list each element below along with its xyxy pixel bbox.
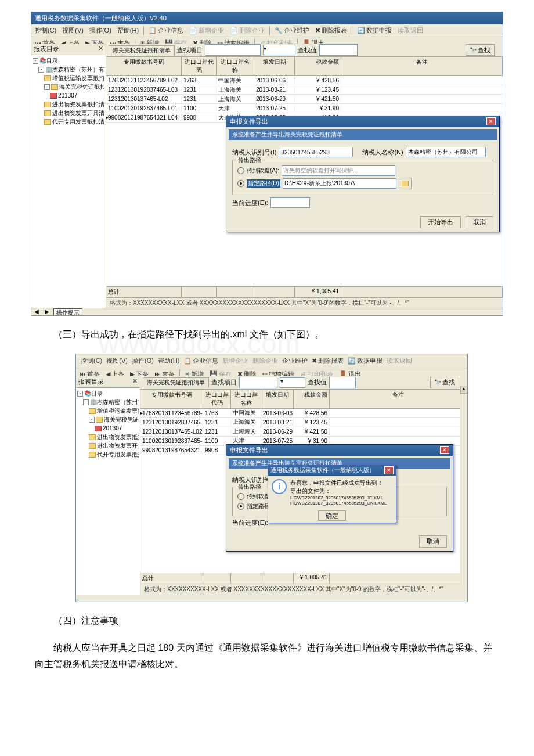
data-declare-button[interactable]: 🔄数据申报: [356, 26, 393, 35]
cell: 176320131123456789-L02: [140, 410, 203, 416]
table-row[interactable]: 123120130192837465-L031231上海海关2013-03-21…: [106, 85, 503, 95]
catalog-input[interactable]: [319, 44, 358, 56]
browse-button[interactable]: [399, 178, 412, 189]
menu-control[interactable]: 控制(C): [80, 356, 103, 366]
format-hint: 格式为：XXXXXXXXXX-LXX 或者 XXXXXXXXXXXXXXXXXX…: [140, 584, 467, 595]
tree-close-icon[interactable]: ✕: [98, 45, 103, 53]
ok-button[interactable]: 确定: [318, 510, 346, 521]
col-header[interactable]: 进口口岸名称: [217, 57, 254, 75]
total-value: ¥ 1,005.41: [294, 573, 330, 584]
menu-operate[interactable]: 操作(O): [131, 356, 155, 366]
msgbox-title: 通用税务数据采集软件（一般纳税人版）: [270, 466, 375, 474]
cell: 2013-07-25: [261, 438, 294, 444]
tree-company[interactable]: -🏢杰森精密（苏州）有限公司: [77, 398, 139, 406]
cancel-button[interactable]: 取消: [419, 535, 447, 548]
col-header[interactable]: 专用缴款书号码: [140, 390, 203, 408]
col-header[interactable]: 进口口岸代码: [182, 57, 217, 75]
radio-path[interactable]: [237, 503, 244, 510]
cell: 天津: [217, 105, 254, 113]
cell: 上海海关: [231, 418, 261, 426]
ent-maint-button[interactable]: 企业维护: [281, 356, 309, 366]
close-icon[interactable]: ✕: [384, 466, 394, 474]
tree-item[interactable]: 进出物资发票抵扣清单: [77, 433, 139, 441]
data-declare-button[interactable]: 🔄数据申报: [347, 356, 384, 366]
menu-help[interactable]: 帮助(H): [157, 356, 181, 366]
cell: 2013-06-06: [254, 77, 295, 84]
scroll-left-icon[interactable]: ◀: [31, 308, 42, 315]
tree-item-active[interactable]: 201307: [77, 424, 139, 433]
menu-view[interactable]: 视图(V): [61, 26, 85, 35]
format-hint: 格式为：XXXXXXXXXX-LXX 或者 XXXXXXXXXXXXXXXXXX…: [106, 297, 503, 308]
ent-info-button[interactable]: 📋企业信息: [182, 356, 219, 366]
path-input[interactable]: D:\HX2X-新系上报\201307\: [283, 178, 396, 189]
col-header[interactable]: 税款金额: [294, 390, 330, 408]
table-row[interactable]: 123120130192837465-L031231上海海关2013-03-21…: [140, 418, 467, 427]
dialog-title: 申报文件导出: [230, 446, 268, 455]
menu-control[interactable]: 控制(C): [34, 26, 57, 35]
add-ent-button: 📄新增企业: [188, 26, 225, 35]
tree-item[interactable]: -海关完税凭证抵扣清单: [77, 415, 139, 424]
cell: ¥ 428.56: [295, 77, 341, 84]
menu-view[interactable]: 视图(V): [105, 356, 129, 366]
close-icon[interactable]: ✕: [440, 446, 449, 454]
menu-help[interactable]: 帮助(H): [116, 26, 140, 35]
tree-item[interactable]: 进出物资发票抵扣清单: [33, 100, 104, 109]
ent-maint-button[interactable]: 🔧企业维护: [273, 26, 311, 35]
grid-tab[interactable]: 海关完税凭证抵扣清单: [143, 377, 209, 387]
query-input[interactable]: [205, 44, 261, 56]
close-icon[interactable]: ✕: [486, 117, 496, 125]
tree-item[interactable]: 进出物资发票开具清单: [33, 109, 104, 117]
scroll-up-icon[interactable]: ▲: [460, 386, 467, 394]
taxname-field[interactable]: 杰森精密（苏州）有限公司: [406, 147, 486, 157]
radio-path[interactable]: [237, 180, 244, 187]
ent-info-button[interactable]: 📋企业信息: [147, 26, 185, 35]
tree-item[interactable]: 增值税运输发票抵扣清单: [33, 74, 104, 82]
tree-item[interactable]: 代开专用发票抵扣清单: [33, 117, 104, 126]
radio-floppy[interactable]: [237, 493, 244, 500]
catalog-input[interactable]: [329, 377, 356, 388]
find-button[interactable]: 🔭查找: [430, 377, 459, 388]
find-button[interactable]: 🔭查找: [466, 44, 495, 56]
cell: 上海海关: [217, 95, 254, 103]
del-report-button[interactable]: ✖删除报表: [311, 356, 345, 366]
menu-operate[interactable]: 操作(O): [88, 26, 113, 35]
table-row[interactable]: 123120130137465-L021231上海海关2013-06-29¥ 4…: [106, 95, 503, 104]
col-header[interactable]: 备注: [341, 57, 503, 75]
radio-floppy[interactable]: [237, 167, 244, 174]
tree-company[interactable]: -🏢杰森精密（苏州）有限公司: [33, 65, 104, 74]
cell: ¥ 428.56: [294, 410, 330, 416]
tree-root[interactable]: -📚目录: [77, 389, 139, 398]
col-header[interactable]: 填发日期: [254, 57, 295, 75]
tree-item[interactable]: 增值税运输发票抵扣清单: [77, 406, 139, 415]
scroll-right-icon[interactable]: ▶: [42, 308, 52, 315]
cell: 9908: [182, 114, 217, 121]
tree-item[interactable]: -海关完税凭证抵扣清单: [33, 82, 104, 91]
fieldset-legend: 传出路径: [236, 156, 263, 164]
cell: 1763: [182, 77, 217, 84]
tree-item[interactable]: 进出物资发票开具清单: [77, 441, 139, 450]
del-report-button[interactable]: ✖删除报表: [314, 26, 348, 35]
tree-item[interactable]: 代开专用发票抵扣清单: [77, 450, 139, 459]
catalog-select[interactable]: ▾: [263, 45, 295, 55]
table-row[interactable]: 123120130137465-L021231上海海关2013-06-29¥ 4…: [140, 427, 467, 437]
catalog-select[interactable]: ▾: [280, 377, 305, 388]
col-header[interactable]: 备注: [330, 390, 467, 408]
col-header[interactable]: 进口口岸代码: [203, 390, 231, 408]
grid-tab[interactable]: 海关完税凭证抵扣清单: [109, 45, 175, 55]
grid-header: 专用缴款书号码 进口口岸代码 进口口岸名称 填发日期 税款金额 备注: [106, 57, 503, 76]
taxid-field[interactable]: 320501745585293: [279, 147, 353, 157]
table-row[interactable]: 110020130192837465-L011100天津2013-07-25¥ …: [106, 104, 503, 113]
tree-close-icon[interactable]: ✕: [132, 377, 138, 386]
table-row[interactable]: ▶176320131123456789-L021763中国海关2013-06-0…: [140, 409, 467, 418]
start-export-button[interactable]: 开始导出: [420, 216, 461, 228]
query-input[interactable]: [239, 377, 277, 388]
col-header[interactable]: 专用缴款书号码: [106, 57, 182, 75]
col-header[interactable]: 进口口岸名称: [231, 390, 261, 408]
tree-root[interactable]: -📚目录: [33, 56, 104, 65]
cancel-button[interactable]: 取消: [466, 216, 493, 228]
vertical-scrollbar[interactable]: ▲: [460, 386, 467, 585]
table-row[interactable]: 176320131123456789-L021763中国海关2013-06-06…: [106, 76, 503, 85]
col-header[interactable]: 税款金额: [295, 57, 341, 75]
col-header[interactable]: 填发日期: [261, 390, 294, 408]
tree-item-active[interactable]: 201307: [33, 91, 104, 100]
